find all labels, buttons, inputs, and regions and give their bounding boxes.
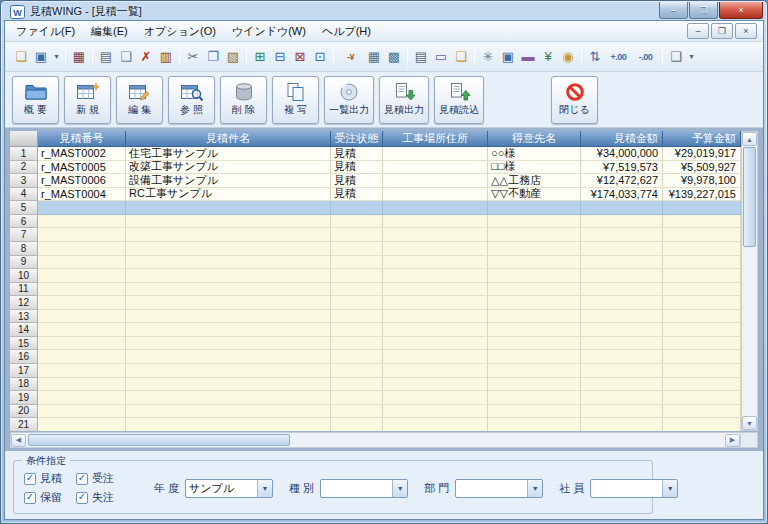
title-bar[interactable]: W 見積WING - [見積一覧] – ❐ × bbox=[4, 1, 764, 20]
column-header-status[interactable]: 受注状態 bbox=[331, 131, 383, 147]
grid-row-3[interactable]: 3r_MAST0006設備工事サンプル見積△△工務店¥12,472,627¥9,… bbox=[10, 174, 741, 188]
decimal-add-icon[interactable]: +.00 bbox=[605, 47, 632, 67]
overview-button[interactable]: 概 要 bbox=[12, 76, 59, 124]
grid-cell-customer[interactable] bbox=[488, 256, 581, 270]
menu-options[interactable]: オプション(O) bbox=[136, 21, 224, 42]
grid-cell-address[interactable] bbox=[383, 215, 488, 229]
grid-row-12[interactable]: 12 bbox=[10, 296, 741, 310]
delete-icon[interactable]: ✗ bbox=[136, 47, 156, 67]
grid-cell-status[interactable] bbox=[331, 256, 383, 270]
grid-cell-address[interactable] bbox=[383, 405, 488, 419]
grid-cell-no[interactable] bbox=[38, 391, 126, 405]
sort-icon[interactable]: ⇅ bbox=[585, 47, 605, 67]
column-header-amount[interactable]: 見積金額 bbox=[581, 131, 663, 147]
grid-cell-title[interactable] bbox=[126, 256, 331, 270]
column-header-address[interactable]: 工事場所住所 bbox=[383, 131, 488, 147]
grid-cell-status[interactable] bbox=[331, 337, 383, 351]
grid-cell-no[interactable] bbox=[38, 256, 126, 270]
table-view-icon[interactable]: ⊡ bbox=[310, 47, 330, 67]
grid-cell-amount[interactable] bbox=[581, 228, 663, 242]
grid-cell-no[interactable] bbox=[38, 405, 126, 419]
grid-cell-address[interactable] bbox=[383, 310, 488, 324]
grid-corner-cell[interactable] bbox=[10, 131, 38, 147]
grid-cell-amount[interactable] bbox=[581, 405, 663, 419]
grid-row-10[interactable]: 10 bbox=[10, 269, 741, 283]
grid-row-17[interactable]: 17 bbox=[10, 364, 741, 378]
gear-icon[interactable]: ✳ bbox=[478, 47, 498, 67]
grid-cell-title[interactable] bbox=[126, 215, 331, 229]
mdi-restore-button[interactable]: ❐ bbox=[711, 23, 733, 39]
grid-cell-amount[interactable] bbox=[581, 256, 663, 270]
grid-row-9[interactable]: 9 bbox=[10, 256, 741, 270]
grid-cell-no[interactable]: r_MAST0002 bbox=[38, 147, 126, 161]
menu-window[interactable]: ウインドウ(W) bbox=[224, 21, 314, 42]
grid-cell-status[interactable] bbox=[331, 201, 383, 215]
checkbox-estimate[interactable]: ✓ 見積 bbox=[24, 471, 76, 487]
grid-cell-title[interactable]: RC工事サンプル bbox=[126, 188, 331, 202]
grid-cell-status[interactable] bbox=[331, 269, 383, 283]
menu-edit[interactable]: 編集(E) bbox=[83, 21, 136, 42]
grid-cell-title[interactable] bbox=[126, 418, 331, 431]
department-select[interactable]: ▼ bbox=[455, 479, 543, 498]
year-select[interactable]: サンプル ▼ bbox=[185, 479, 273, 498]
menu-help[interactable]: ヘルプ(H) bbox=[314, 21, 379, 42]
grid-cell-amount[interactable] bbox=[581, 296, 663, 310]
grid-cell-customer[interactable] bbox=[488, 283, 581, 297]
grid-cell-address[interactable] bbox=[383, 242, 488, 256]
grid-cell-address[interactable] bbox=[383, 161, 488, 175]
grid-cell-status[interactable]: 見積 bbox=[331, 161, 383, 175]
scroll-up-button[interactable]: ▲ bbox=[742, 132, 757, 146]
grid-cell-status[interactable]: 見積 bbox=[331, 147, 383, 161]
close-window-button[interactable]: × bbox=[719, 2, 763, 19]
grid-cell-no[interactable] bbox=[38, 323, 126, 337]
grid-cell-customer[interactable] bbox=[488, 228, 581, 242]
grid-cell-address[interactable] bbox=[383, 364, 488, 378]
browse-button[interactable]: 参 照 bbox=[168, 76, 215, 124]
grid-cell-no[interactable] bbox=[38, 364, 126, 378]
grid-cell-customer[interactable]: ▽▽不動産 bbox=[488, 188, 581, 202]
grid-cell-amount[interactable] bbox=[581, 269, 663, 283]
print-preview-icon[interactable]: ❑ bbox=[116, 47, 136, 67]
grid-cell-budget[interactable] bbox=[663, 391, 741, 405]
export-page-icon[interactable]: ❑ bbox=[666, 47, 686, 67]
grid-cell-amount[interactable] bbox=[581, 364, 663, 378]
grid-cell-status[interactable] bbox=[331, 242, 383, 256]
grid-cell-budget[interactable] bbox=[663, 256, 741, 270]
grid-cell-budget[interactable] bbox=[663, 242, 741, 256]
grid-cell-address[interactable] bbox=[383, 323, 488, 337]
grid-cell-address[interactable] bbox=[383, 418, 488, 431]
grid-cell-budget[interactable]: ¥139,227,015 bbox=[663, 188, 741, 202]
grid-row-15[interactable]: 15 bbox=[10, 337, 741, 351]
calculator-icon[interactable]: ▤ bbox=[411, 47, 431, 67]
grid-cell-amount[interactable]: ¥34,000,000 bbox=[581, 147, 663, 161]
grid-cell-status[interactable]: 見積 bbox=[331, 174, 383, 188]
scroll-down-button[interactable]: ▼ bbox=[742, 416, 757, 430]
row-number[interactable]: 15 bbox=[10, 337, 38, 351]
chevron-down-icon[interactable]: ▼ bbox=[527, 480, 542, 497]
grid-cell-title[interactable]: 住宅工事サンプル bbox=[126, 147, 331, 161]
grid-cell-no[interactable] bbox=[38, 310, 126, 324]
grid-cell-title[interactable] bbox=[126, 405, 331, 419]
grid-cell-amount[interactable]: ¥174,033,774 bbox=[581, 188, 663, 202]
scroll-left-button[interactable]: ◀ bbox=[11, 434, 26, 447]
grid-cell-status[interactable] bbox=[331, 378, 383, 392]
grid-cell-customer[interactable] bbox=[488, 310, 581, 324]
checkbox-order[interactable]: ✓ 受注 bbox=[76, 471, 128, 487]
table-sum-icon[interactable]: ▩ bbox=[384, 47, 404, 67]
grid-cell-amount[interactable]: ¥7,519,573 bbox=[581, 161, 663, 175]
row-number[interactable]: 6 bbox=[10, 215, 38, 229]
open-folder-icon[interactable]: ❏ bbox=[11, 47, 31, 67]
row-number[interactable]: 16 bbox=[10, 350, 38, 364]
grid-row-13[interactable]: 13 bbox=[10, 310, 741, 324]
table-add-icon[interactable]: ⊞ bbox=[250, 47, 270, 67]
grid-cell-customer[interactable]: △△工務店 bbox=[488, 174, 581, 188]
checkbox-box[interactable]: ✓ bbox=[76, 492, 88, 504]
chevron-down-icon[interactable]: ▼ bbox=[662, 480, 677, 497]
grid-cell-address[interactable] bbox=[383, 283, 488, 297]
grid-cell-amount[interactable] bbox=[581, 201, 663, 215]
vertical-scroll-thumb[interactable] bbox=[743, 147, 756, 247]
grid-row-19[interactable]: 19 bbox=[10, 391, 741, 405]
grid-cell-no[interactable] bbox=[38, 350, 126, 364]
list-output-button[interactable]: 一覧出力 bbox=[324, 76, 374, 124]
column-header-estimate-no[interactable]: 見積番号 bbox=[38, 131, 126, 147]
